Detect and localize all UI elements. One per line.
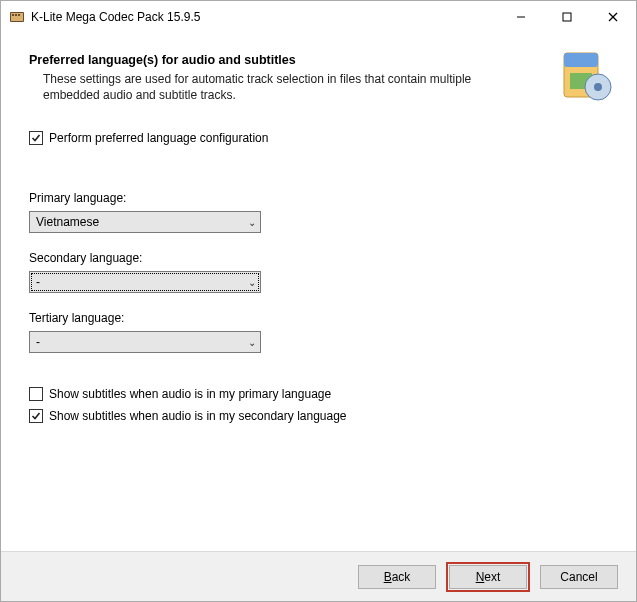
chevron-down-icon: ⌄ [248, 337, 256, 348]
secondary-language-label: Secondary language: [29, 251, 608, 265]
svg-point-13 [594, 83, 602, 91]
window-title: K-Lite Mega Codec Pack 15.9.5 [31, 10, 498, 24]
installer-window: K-Lite Mega Codec Pack 15.9.5 Preferred … [0, 0, 637, 602]
svg-rect-2 [12, 14, 14, 16]
secondary-language-value: - [36, 275, 40, 289]
svg-rect-6 [563, 13, 571, 21]
show-sub-primary-checkbox[interactable] [29, 387, 43, 401]
chevron-down-icon: ⌄ [248, 217, 256, 228]
svg-rect-10 [564, 53, 598, 67]
app-icon [9, 9, 25, 25]
footer: Back Next Cancel [1, 551, 636, 601]
installer-box-icon [558, 47, 614, 103]
page-heading: Preferred language(s) for audio and subt… [29, 53, 608, 67]
page-subtext: These settings are used for automatic tr… [43, 71, 523, 103]
show-sub-primary-label: Show subtitles when audio is in my prima… [49, 387, 331, 401]
maximize-button[interactable] [544, 1, 590, 33]
svg-rect-4 [18, 14, 20, 16]
titlebar: K-Lite Mega Codec Pack 15.9.5 [1, 1, 636, 33]
back-button[interactable]: Back [358, 565, 436, 589]
minimize-button[interactable] [498, 1, 544, 33]
chevron-down-icon: ⌄ [248, 277, 256, 288]
primary-language-select[interactable]: Vietnamese ⌄ [29, 211, 261, 233]
primary-language-value: Vietnamese [36, 215, 99, 229]
primary-language-label: Primary language: [29, 191, 608, 205]
cancel-button[interactable]: Cancel [540, 565, 618, 589]
next-button[interactable]: Next [449, 565, 527, 589]
show-sub-secondary-checkbox[interactable] [29, 409, 43, 423]
tertiary-language-select[interactable]: - ⌄ [29, 331, 261, 353]
content-area: Preferred language(s) for audio and subt… [1, 33, 636, 551]
perform-config-checkbox[interactable] [29, 131, 43, 145]
show-sub-primary-row: Show subtitles when audio is in my prima… [29, 387, 608, 401]
tertiary-language-value: - [36, 335, 40, 349]
secondary-language-select[interactable]: - ⌄ [29, 271, 261, 293]
perform-config-label: Perform preferred language configuration [49, 131, 268, 145]
show-sub-secondary-row: Show subtitles when audio is in my secon… [29, 409, 608, 423]
perform-config-row: Perform preferred language configuration [29, 131, 608, 145]
tertiary-language-label: Tertiary language: [29, 311, 608, 325]
window-controls [498, 1, 636, 33]
show-sub-secondary-label: Show subtitles when audio is in my secon… [49, 409, 347, 423]
svg-rect-3 [15, 14, 17, 16]
close-button[interactable] [590, 1, 636, 33]
